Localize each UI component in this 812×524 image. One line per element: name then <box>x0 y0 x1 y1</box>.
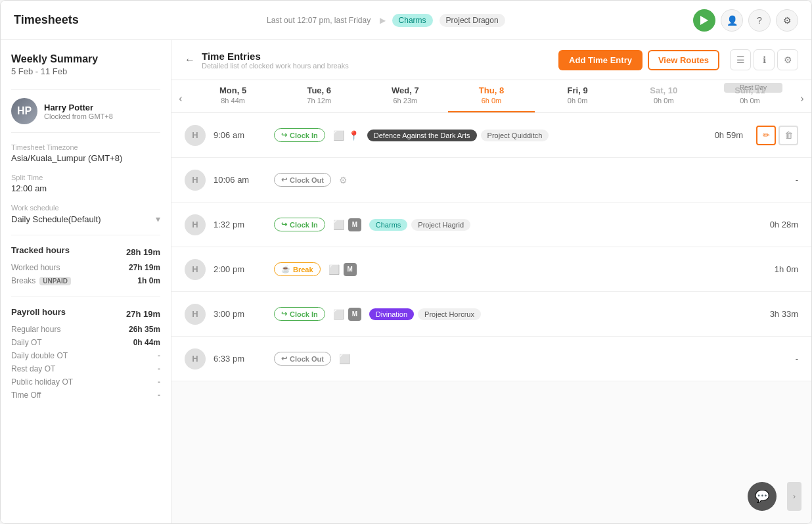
header-actions: 👤 ? ⚙ <box>693 9 798 32</box>
m-badge: M <box>344 263 357 276</box>
day-name-mon: Mon, 5 <box>192 85 273 95</box>
day-hours-sat: 0h 0m <box>623 97 704 105</box>
gear-icon: ⚙ <box>783 15 792 26</box>
entry-row: H 9:06 am ↪ Clock In ⬜ 📍 Defence Against… <box>171 113 811 158</box>
clock-in-icon: ↪ <box>281 310 287 318</box>
day-col-mon[interactable]: Mon, 5 8h 44m <box>190 80 276 112</box>
worked-hours-label: Worked hours <box>11 263 60 272</box>
settings-small-icon[interactable]: ⚙ <box>777 49 798 70</box>
break-icon: ☕ <box>281 265 290 274</box>
back-arrow-icon[interactable]: ← <box>185 54 195 66</box>
entry-avatar: H <box>185 259 206 280</box>
project-tag[interactable]: Project Hagrid <box>411 219 470 231</box>
info-icon[interactable]: ℹ <box>754 49 775 70</box>
subject-tag[interactable]: Charms <box>369 219 408 231</box>
public-holiday-ot-value: - <box>158 377 160 387</box>
day-hours-mon: 8h 44m <box>192 97 273 105</box>
regular-hours-label: Regular hours <box>11 325 60 334</box>
days-row: Rest Day Mon, 5 8h 44m Tue, 6 7h 12m Wed… <box>190 80 793 112</box>
chevron-down-icon: ▾ <box>156 214 160 224</box>
clock-in-badge: ↪ Clock In <box>274 307 325 321</box>
charms-tag[interactable]: Charms <box>392 14 433 27</box>
clock-in-icon: ↪ <box>281 131 287 139</box>
copy-icon[interactable]: ⬜ <box>333 130 344 141</box>
split-time-section: Split Time 12:00 am <box>11 174 160 193</box>
entry-avatar: H <box>185 214 206 235</box>
day-headers: ‹ Rest Day Mon, 5 8h 44m Tue, 6 7h 12m W… <box>171 80 811 113</box>
clock-in-icon: ↪ <box>281 220 287 229</box>
delete-button[interactable]: 🗑 <box>778 126 798 145</box>
day-name-thu: Thu, 8 <box>451 85 531 95</box>
day-col-sun[interactable]: Sun, 11 0h 0m <box>707 80 793 112</box>
entry-time: 3:00 pm <box>214 309 266 319</box>
work-schedule-value: Daily Schedule(Default) <box>11 214 101 224</box>
play-button[interactable] <box>693 9 715 32</box>
copy-icon[interactable]: ⬜ <box>333 220 344 230</box>
break-badge: ☕ Break <box>274 262 321 276</box>
entry-time: 2:00 pm <box>214 264 266 274</box>
settings-icon-button[interactable]: ⚙ <box>776 9 798 32</box>
entry-duration: 0h 28m <box>759 220 798 229</box>
entry-duration: - <box>759 354 798 364</box>
user-icon-button[interactable]: 👤 <box>721 9 743 32</box>
copy-icon[interactable]: ⬜ <box>328 264 340 275</box>
entry-avatar: H <box>185 170 206 191</box>
entry-row: H 3:00 pm ↪ Clock In ⬜ M Divination Proj… <box>171 292 811 337</box>
location-icon[interactable]: 📍 <box>348 130 359 141</box>
tracked-hours-section: Tracked hours 28h 19m Worked hours 27h 1… <box>11 243 160 287</box>
weekly-summary-header: Weekly Summary 5 Feb - 11 Feb <box>11 53 160 76</box>
sidebar: Weekly Summary 5 Feb - 11 Feb HP Harry P… <box>1 40 171 523</box>
entry-tags: Charms Project Hagrid <box>369 219 751 231</box>
user-card: HP Harry Potter Clocked from GMT+8 <box>11 89 160 133</box>
edit-button[interactable]: ✏ <box>756 126 776 145</box>
play-icon: ▶ <box>380 16 386 25</box>
daily-double-ot-label: Daily double OT <box>11 351 68 360</box>
day-col-wed[interactable]: Wed, 7 6h 23m <box>362 80 448 112</box>
project-tag[interactable]: Project Quidditch <box>481 130 549 141</box>
next-week-arrow[interactable]: › <box>793 85 811 112</box>
day-name-tue: Tue, 6 <box>279 85 359 95</box>
breaks-value: 1h 0m <box>137 276 160 285</box>
entry-row: H 1:32 pm ↪ Clock In ⬜ M Charms Project … <box>171 202 811 247</box>
day-col-thu[interactable]: Thu, 8 6h 0m <box>448 80 534 112</box>
daily-ot-label: Daily OT <box>11 338 42 347</box>
copy-icon[interactable]: ⬜ <box>339 354 350 364</box>
subject-tag[interactable]: Defence Against the Dark Arts <box>367 130 477 141</box>
day-col-tue[interactable]: Tue, 6 7h 12m <box>276 80 362 112</box>
view-routes-button[interactable]: View Routes <box>648 50 719 70</box>
settings-icon[interactable]: ⚙ <box>339 175 348 185</box>
clock-out-icon: ↩ <box>281 176 287 184</box>
weekly-summary-label: Weekly Summary <box>11 53 160 65</box>
section-subtitle: Detailed list of clocked work hours and … <box>202 62 349 70</box>
work-schedule-section: Work schedule Daily Schedule(Default) ▾ <box>11 204 160 224</box>
entry-tags: Defence Against the Dark Arts Project Qu… <box>367 130 696 141</box>
day-col-fri[interactable]: Fri, 9 0h 0m <box>535 80 621 112</box>
list-view-icon[interactable]: ☰ <box>730 49 751 70</box>
entry-duration: - <box>759 175 798 185</box>
expand-panel-button[interactable]: › <box>787 482 801 511</box>
day-col-sat[interactable]: Sat, 10 0h 0m <box>621 80 707 112</box>
section-title: Time Entries <box>202 51 349 62</box>
daily-ot-value: 0h 44m <box>133 338 160 347</box>
clock-out-badge: ↩ Clock Out <box>274 173 331 187</box>
project-tag[interactable]: Project Horcrux <box>418 308 481 320</box>
payroll-hours-section: Payroll hours 27h 19m Regular hours 26h … <box>11 305 160 402</box>
help-icon-button[interactable]: ? <box>748 9 771 32</box>
day-hours-wed: 6h 23m <box>365 97 445 105</box>
split-time-label: Split Time <box>11 174 160 181</box>
prev-week-arrow[interactable]: ‹ <box>171 85 190 112</box>
day-name-wed: Wed, 7 <box>365 85 445 95</box>
m-badge: M <box>348 218 361 231</box>
subject-tag[interactable]: Divination <box>369 308 414 320</box>
clock-in-badge: ↪ Clock In <box>274 218 325 231</box>
chat-fab-button[interactable]: 💬 <box>748 482 777 511</box>
avatar-initials: HP <box>17 105 32 117</box>
project-dragon-tag[interactable]: Project Dragon <box>440 14 505 27</box>
tracked-hours-label: Tracked hours <box>11 245 70 255</box>
svg-marker-0 <box>700 16 708 25</box>
split-time-value: 12:00 am <box>11 183 160 193</box>
add-time-entry-button[interactable]: Add Time Entry <box>558 50 643 70</box>
copy-icon[interactable]: ⬜ <box>333 309 344 320</box>
chevron-right-icon: › <box>793 492 796 501</box>
entry-actions: ✏ 🗑 <box>756 126 798 145</box>
